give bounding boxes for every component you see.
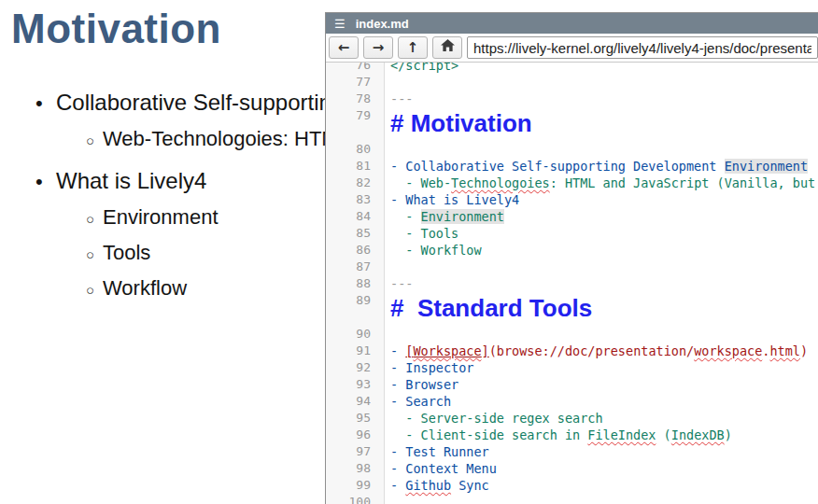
code-line[interactable]: 86 - Workflow [326, 242, 818, 259]
back-arrow-icon: ← [338, 39, 350, 56]
line-number: 78 [326, 91, 384, 107]
bullet-marker-icon: ○ [86, 246, 103, 262]
line-number: 84 [326, 208, 384, 225]
line-text: # Motivation [384, 107, 532, 143]
code-line[interactable]: 78--- [326, 91, 818, 107]
bullet-marker-icon: ○ [86, 211, 103, 227]
line-number: 77 [326, 74, 384, 91]
line-number: 79 [326, 107, 384, 124]
back-button[interactable]: ← [329, 36, 359, 59]
code-line[interactable]: 81- Collaborative Self-supporting Develo… [326, 158, 818, 175]
forward-button[interactable]: → [363, 36, 393, 59]
line-text: - Collaborative Self-supporting Developm… [384, 158, 808, 175]
line-text: - What is Lively4 [384, 191, 519, 208]
code-line[interactable]: 84 - Environment [326, 208, 818, 225]
line-number: 97 [326, 443, 384, 460]
url-input[interactable] [467, 36, 818, 59]
line-number: 81 [326, 158, 384, 175]
code-line[interactable]: 79# Motivation [326, 107, 818, 141]
line-text: - Web-Technologoies: HTML and JavaScript… [384, 175, 815, 191]
line-text: - Server-side regex search [384, 410, 603, 427]
line-text: - Browser [384, 376, 458, 393]
line-text: - Client-side search in FileIndex (Index… [384, 427, 732, 443]
code-line[interactable]: 89# Standard Tools [326, 292, 818, 326]
line-number: 93 [326, 376, 384, 393]
line-number: 90 [326, 326, 384, 343]
code-line[interactable]: 96 - Client-side search in FileIndex (In… [326, 427, 818, 443]
line-number: 76 [326, 63, 384, 74]
slide-title: Motivation [11, 6, 221, 52]
bullet-marker-icon: • [35, 170, 56, 194]
line-number: 89 [326, 292, 384, 309]
code-line[interactable]: 94- Search [326, 393, 818, 410]
up-button[interactable]: ↑ [398, 36, 428, 59]
editor-window: ☰ index.md ← → ↑ 76</script>7778---79# M… [325, 12, 818, 504]
code-line[interactable]: 77 [326, 74, 818, 91]
navigation-toolbar: ← → ↑ [326, 34, 818, 63]
line-text: - Github Sync [384, 477, 489, 494]
code-line[interactable]: 85 - Tools [326, 225, 818, 242]
code-line[interactable]: 82 - Web-Technologoies: HTML and JavaScr… [326, 175, 818, 191]
code-line[interactable]: 76</script> [326, 63, 818, 74]
code-line[interactable]: 99- Github Sync [326, 477, 818, 494]
line-text: </script> [384, 63, 458, 74]
line-number: 99 [326, 477, 384, 494]
line-text: --- [384, 275, 413, 292]
line-text: - Test Runner [384, 443, 489, 460]
code-line[interactable]: 91- [Workspace](browse://doc/presentatio… [326, 343, 818, 359]
forward-arrow-icon: → [373, 39, 385, 56]
code-line[interactable]: 98- Context Menu [326, 460, 818, 477]
code-line[interactable]: 90 [326, 326, 818, 343]
code-line[interactable]: 92- Inspector [326, 359, 818, 376]
line-number: 91 [326, 343, 384, 359]
bullet-text: Workflow [103, 276, 187, 301]
code-editor[interactable]: 76</script>7778---79# Motivation8081- Co… [326, 63, 818, 504]
bullet-text: Tools [103, 241, 150, 265]
line-text: --- [384, 91, 413, 107]
line-number: 98 [326, 460, 384, 477]
code-line[interactable]: 97- Test Runner [326, 443, 818, 460]
bullet-text: Environment [103, 205, 219, 230]
code-line[interactable]: 95 - Server-side regex search [326, 410, 818, 427]
code-line[interactable]: 93- Browser [326, 376, 818, 393]
line-number: 100 [326, 494, 384, 504]
line-text: - Environment [384, 208, 504, 225]
code-line[interactable]: 88--- [326, 275, 818, 292]
up-arrow-icon: ↑ [407, 39, 419, 56]
line-text: - Tools [384, 225, 458, 242]
code-line[interactable]: 80 [326, 141, 818, 158]
code-lines: 76</script>7778---79# Motivation8081- Co… [326, 63, 818, 504]
code-line[interactable]: 83- What is Lively4 [326, 191, 818, 208]
line-number: 85 [326, 225, 384, 242]
line-number: 83 [326, 191, 384, 208]
line-number: 87 [326, 259, 384, 275]
line-number: 95 [326, 410, 384, 427]
line-text: - Search [384, 393, 451, 410]
bullet-marker-icon: ○ [86, 133, 103, 148]
hamburger-menu-icon[interactable]: ☰ [334, 18, 346, 30]
line-text: - [Workspace](browse://doc/presentation/… [384, 343, 808, 359]
window-titlebar[interactable]: ☰ index.md [326, 13, 818, 34]
line-text: - Inspector [384, 359, 473, 376]
line-number: 96 [326, 427, 384, 443]
home-button[interactable] [432, 36, 462, 59]
bullet-text: What is Lively4 [56, 168, 206, 194]
bullet-marker-icon: ○ [86, 282, 103, 298]
bullet-marker-icon: • [35, 91, 56, 116]
line-number: 80 [326, 141, 384, 158]
line-text: - Context Menu [384, 460, 497, 477]
line-number: 92 [326, 359, 384, 376]
line-text: # Standard Tools [384, 292, 592, 328]
home-icon [441, 39, 455, 56]
code-line[interactable]: 87 [326, 259, 818, 275]
line-text: - Workflow [384, 242, 482, 259]
line-number: 94 [326, 393, 384, 410]
window-title: index.md [356, 17, 409, 31]
line-number: 82 [326, 175, 384, 191]
line-number: 88 [326, 275, 384, 292]
code-line[interactable]: 100 [326, 494, 818, 504]
line-number: 86 [326, 242, 384, 259]
